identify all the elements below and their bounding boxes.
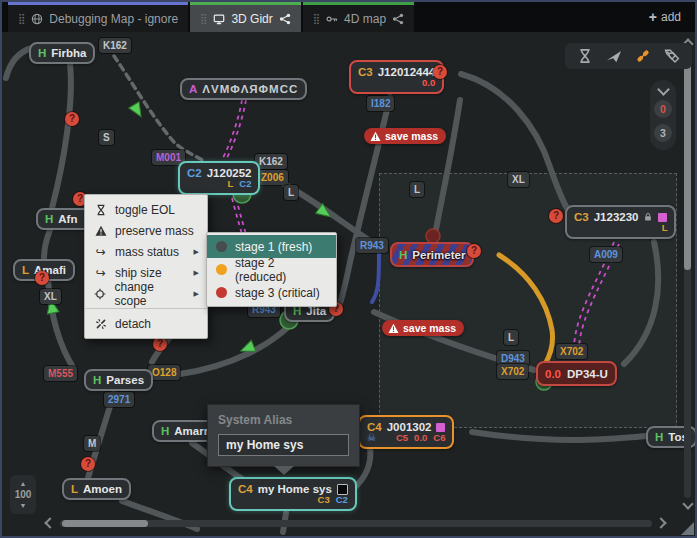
system-node-unknown-alien[interactable]: AΛVΜΦΛЯΦΜСС [180, 78, 307, 100]
sig-badge: R943 [356, 238, 388, 253]
monitor-icon [213, 13, 225, 25]
resize-corner-handle[interactable] [681, 522, 694, 535]
menu-separator [85, 308, 207, 309]
mass-status-submenu: stage 1 (fresh) stage 2 (reduced) stage … [206, 232, 337, 307]
system-alias-dialog: System Alias [207, 404, 360, 467]
tab-debugging-map[interactable]: ⣿ Debugging Map - ignore [8, 2, 188, 32]
connection-context-menu: toggle EOL preserve mass ↪ mass status ▶… [84, 194, 208, 339]
drag-handle-icon[interactable]: ⣿ [313, 13, 320, 24]
black-flag-square [337, 484, 348, 495]
drag-handle-icon[interactable]: ⣿ [18, 13, 25, 24]
submenu-item-stage2[interactable]: stage 2 (reduced) [207, 258, 336, 281]
add-map-button[interactable]: + add [635, 2, 695, 32]
system-node-j001302[interactable]: C4 J001302 ☠ C5 0.0 C6 [358, 415, 454, 449]
submenu-caret-icon: ▶ [194, 269, 199, 277]
tab-3d-gidr[interactable]: ⣿ 3D Gidr [190, 2, 301, 32]
hourglass-icon [95, 204, 107, 216]
unknown-status-marker[interactable]: ? [81, 457, 95, 471]
branch-arrow-icon: ↪ [93, 266, 108, 280]
plus-icon: + [649, 9, 657, 25]
globe-icon [31, 13, 43, 25]
menu-item-toggle-eol[interactable]: toggle EOL [85, 199, 207, 220]
menu-item-change-scope[interactable]: change scope ▶ [85, 283, 207, 304]
sig-badge: 2971 [104, 392, 134, 407]
branch-arrow-icon: ↪ [93, 245, 108, 259]
stage3-dot-icon [216, 287, 227, 298]
drag-handle-icon[interactable]: ⣿ [200, 13, 207, 24]
map-canvas[interactable]: K162 S M001 K162 Z006 I182 L L XL XL R94… [2, 32, 695, 536]
system-node-j12012444[interactable]: C3J12012444 0.0 [349, 60, 444, 94]
unknown-status-marker[interactable]: ? [153, 337, 167, 351]
pink-flag-square [436, 423, 445, 432]
dialog-title: System Alias [218, 413, 349, 427]
submenu-item-stage3[interactable]: stage 3 (critical) [207, 281, 336, 304]
share-icon[interactable] [392, 13, 404, 25]
tab-label: 4D map [344, 12, 386, 26]
sig-badge: A009 [590, 247, 622, 262]
menu-item-mass-status[interactable]: ↪ mass status ▶ [85, 241, 207, 262]
horizontal-scrollbar-thumb[interactable] [62, 520, 148, 527]
map-options-toolbar [565, 43, 692, 69]
scope-icon [94, 288, 106, 300]
unlink-icon [95, 318, 107, 330]
unknown-status-marker[interactable]: ? [433, 65, 447, 79]
map-tab-bar: ⣿ Debugging Map - ignore ⣿ 3D Gidr ⣿ 4D … [2, 2, 695, 32]
ship-size-badge: XL [508, 172, 529, 187]
counter-stack: 0 3 [650, 80, 676, 150]
unknown-status-marker[interactable]: ? [467, 244, 481, 258]
system-node-amoen[interactable]: LAmoen [62, 478, 131, 500]
unknown-status-marker[interactable]: ? [549, 209, 563, 223]
sig-badge: X702 [497, 364, 528, 379]
stage1-dot-icon [216, 241, 227, 252]
tags-icon[interactable] [664, 48, 680, 64]
ship-size-badge: L [504, 330, 518, 345]
system-node-perimeter[interactable]: HPerimeter [390, 242, 474, 267]
system-node-my-home-sys[interactable]: C4 my Home sys C3C2 [229, 477, 357, 511]
key-icon [326, 13, 338, 25]
ship-size-badge: L [284, 185, 298, 200]
menu-item-detach[interactable]: detach [85, 313, 207, 334]
hourglass-filter-icon[interactable] [577, 48, 593, 64]
zoom-out-arrow-icon[interactable]: ▼ [20, 502, 27, 509]
sig-badge: I182 [367, 96, 394, 111]
pink-flag-square [658, 213, 667, 222]
warning-icon [388, 323, 399, 334]
add-label: add [661, 10, 681, 24]
unknown-status-marker[interactable]: ? [65, 112, 79, 126]
alert-counter[interactable]: 0 [654, 100, 672, 118]
system-node-j123230[interactable]: C3 J123230 L [565, 205, 676, 239]
zoom-control: ▲ 100 ▼ [10, 475, 36, 514]
system-node-parses[interactable]: HParses [84, 369, 153, 391]
ship-tracking-icon[interactable] [606, 48, 622, 64]
stage2-dot-icon [216, 264, 227, 275]
alias-input[interactable] [218, 434, 349, 456]
chevron-down-icon[interactable] [657, 83, 670, 96]
tab-label: Debugging Map - ignore [49, 12, 178, 26]
save-mass-badge: save mass [364, 128, 446, 144]
tab-4d-map[interactable]: ⣿ 4D map [303, 2, 414, 32]
horizontal-scrollbar-track[interactable] [60, 520, 652, 527]
system-node-j120252[interactable]: C2J120252 LC2 [178, 161, 260, 195]
submenu-caret-icon: ▶ [194, 290, 199, 298]
ship-size-badge: XL [40, 289, 61, 304]
share-icon[interactable] [279, 13, 291, 25]
connection-link-icon[interactable] [635, 48, 651, 64]
skull-icon: ☠ [367, 432, 376, 443]
vertical-scrollbar-thumb[interactable] [684, 58, 691, 270]
submenu-caret-icon: ▶ [194, 248, 199, 256]
sig-badge: X702 [556, 344, 587, 359]
ship-size-badge: L [410, 182, 424, 197]
warning-icon [370, 131, 381, 142]
ship-size-badge: M [84, 436, 100, 451]
app-window: ⣿ Debugging Map - ignore ⣿ 3D Gidr ⣿ 4D … [0, 0, 697, 538]
dialog-pointer-arrow [274, 466, 294, 475]
wormhole-badge: K162 [99, 38, 131, 53]
info-counter[interactable]: 3 [654, 124, 672, 142]
unknown-status-marker[interactable]: ? [35, 271, 49, 285]
sig-badge: M555 [44, 366, 77, 381]
ship-size-badge: S [99, 130, 114, 145]
zoom-in-arrow-icon[interactable]: ▲ [20, 480, 27, 487]
menu-item-preserve-mass[interactable]: preserve mass [85, 220, 207, 241]
system-node-dp34u[interactable]: 0.0 DP34-U [536, 361, 617, 386]
system-node-firbha[interactable]: HFirbha [29, 42, 95, 64]
